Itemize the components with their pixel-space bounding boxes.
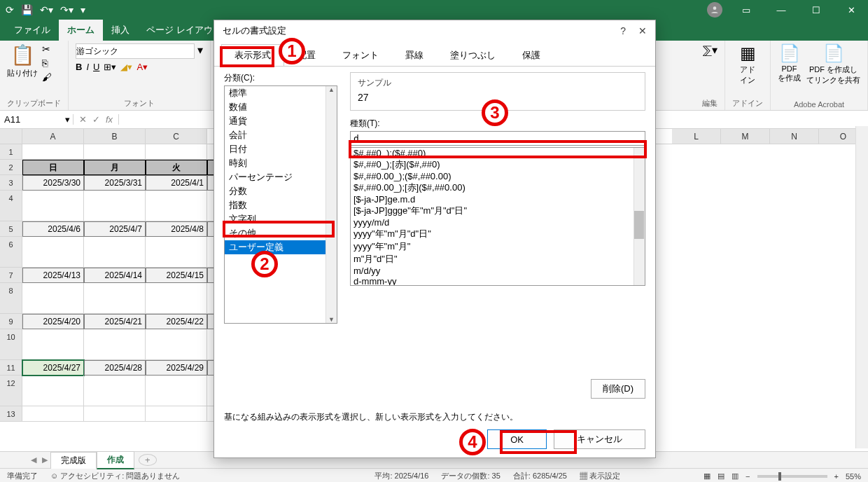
cell[interactable]: [22, 191, 84, 221]
dialog-tab-protection[interactable]: 保護: [509, 44, 554, 67]
bold-button[interactable]: B: [76, 62, 82, 72]
row-header[interactable]: 13: [0, 406, 22, 422]
cell[interactable]: 2025/4/15: [146, 268, 207, 283]
cell[interactable]: [84, 406, 146, 422]
cell[interactable]: 2025/3/30: [22, 175, 84, 191]
delete-format-button[interactable]: 削除(D): [591, 379, 645, 399]
view-normal-icon[interactable]: ▦: [704, 471, 710, 481]
dialog-tab-number[interactable]: 表示形式: [221, 44, 284, 67]
addin-button[interactable]: ▦ アド イン: [732, 43, 763, 85]
dialog-tab-font[interactable]: フォント: [329, 44, 392, 67]
ok-button[interactable]: OK: [487, 429, 547, 449]
cell[interactable]: [84, 237, 146, 268]
tab-home[interactable]: ホーム: [59, 20, 103, 41]
format-item[interactable]: $#,##0.00_);($#,##0.00): [351, 171, 645, 181]
category-item[interactable]: 時刻: [225, 156, 337, 170]
cell[interactable]: 2025/4/6: [22, 221, 84, 237]
cell[interactable]: 2025/4/29: [146, 360, 207, 376]
font-dropdown-icon[interactable]: ▾: [197, 43, 203, 59]
view-pagelayout-icon[interactable]: ▤: [718, 471, 724, 481]
cell[interactable]: [84, 144, 146, 160]
cell[interactable]: 2025/4/8: [146, 221, 207, 237]
cell[interactable]: [22, 237, 84, 268]
row-header[interactable]: 11: [0, 360, 22, 376]
display-settings-button[interactable]: ▦ 表示設定: [580, 471, 620, 481]
col-header[interactable]: B: [84, 129, 146, 144]
font-name-select[interactable]: [76, 43, 195, 59]
row-header[interactable]: 2: [0, 160, 22, 175]
cell[interactable]: [146, 283, 207, 314]
underline-button[interactable]: U: [93, 62, 99, 72]
paste-button[interactable]: 📋 貼り付け: [7, 43, 38, 83]
sheet-nav-next-icon[interactable]: ▶: [39, 455, 50, 464]
format-item[interactable]: m/d/yy: [351, 266, 645, 276]
category-item[interactable]: 標準: [225, 86, 337, 100]
namebox-dropdown-icon[interactable]: ▾: [65, 114, 70, 125]
cell[interactable]: [146, 144, 207, 160]
format-code-list[interactable]: $#,##0_);($#,##0) $#,##0_);[赤]($#,##0) $…: [350, 147, 645, 286]
cell-active[interactable]: 2025/4/27: [22, 360, 84, 376]
category-item[interactable]: 通貨: [225, 114, 337, 128]
row-header[interactable]: 6: [0, 237, 22, 268]
cell-header[interactable]: 日: [22, 160, 84, 175]
col-header[interactable]: A: [22, 129, 84, 144]
sort-filter-icon[interactable]: ⅀▾: [703, 43, 718, 57]
zoom-out-icon[interactable]: −: [746, 472, 750, 481]
cell[interactable]: [22, 406, 84, 422]
view-pagebreak-icon[interactable]: ▥: [732, 471, 738, 481]
cell[interactable]: [84, 329, 146, 360]
format-painter-icon[interactable]: 🖌: [42, 71, 52, 83]
fill-color-button[interactable]: ◢▾: [120, 62, 132, 72]
cell[interactable]: 2025/3/31: [84, 175, 146, 191]
col-header[interactable]: C: [146, 129, 207, 144]
col-header[interactable]: L: [672, 129, 721, 144]
dialog-help-icon[interactable]: ?: [620, 25, 626, 36]
row-header[interactable]: 4: [0, 191, 22, 221]
format-item[interactable]: yyyy"年"m"月"d"日": [351, 228, 645, 240]
cell[interactable]: [146, 376, 207, 406]
format-item[interactable]: yyyy/m/d: [351, 217, 645, 228]
cell[interactable]: 2025/4/28: [84, 360, 146, 376]
sheet-tab-active[interactable]: 作成: [97, 451, 134, 469]
user-avatar[interactable]: [707, 2, 722, 18]
dialog-tab-fill[interactable]: 塗りつぶし: [437, 44, 509, 67]
category-item[interactable]: 分数: [225, 184, 337, 198]
save-icon[interactable]: 💾: [21, 4, 33, 15]
redo-icon[interactable]: ↷▾: [60, 4, 74, 15]
cell[interactable]: [22, 329, 84, 360]
cell[interactable]: [146, 191, 207, 221]
vertical-scrollbar[interactable]: [855, 126, 868, 448]
format-item[interactable]: $#,##0_);[赤]($#,##0): [351, 158, 645, 171]
dialog-tab-border[interactable]: 罫線: [392, 44, 437, 67]
name-box[interactable]: [4, 114, 46, 125]
category-item[interactable]: 文字列: [225, 212, 337, 226]
col-header[interactable]: M: [721, 129, 770, 144]
row-header[interactable]: 8: [0, 283, 22, 314]
fx-icon[interactable]: fx: [106, 114, 113, 125]
category-item-selected[interactable]: ユーザー定義: [225, 240, 337, 254]
category-item[interactable]: 日付: [225, 142, 337, 156]
zoom-level[interactable]: 55%: [846, 472, 861, 481]
format-item[interactable]: $#,##0.00_);[赤]($#,##0.00): [351, 181, 645, 194]
tab-insert[interactable]: 挿入: [103, 20, 138, 41]
autosave-icon[interactable]: ⟳: [6, 4, 14, 15]
cell[interactable]: 2025/4/7: [84, 221, 146, 237]
format-item[interactable]: d-mmm-yy: [351, 276, 645, 286]
cell[interactable]: 2025/4/1: [146, 175, 207, 191]
cell-header[interactable]: 火: [146, 160, 207, 175]
cell[interactable]: 2025/4/20: [22, 314, 84, 329]
category-item[interactable]: 会計: [225, 128, 337, 142]
ribbon-display-icon[interactable]: ▭: [735, 5, 757, 15]
dialog-close-icon[interactable]: ✕: [638, 25, 647, 36]
cell[interactable]: [22, 144, 84, 160]
select-all-corner[interactable]: [0, 129, 22, 144]
maximize-icon[interactable]: ☐: [805, 5, 827, 15]
cell[interactable]: [146, 329, 207, 360]
copy-icon[interactable]: ⎘: [42, 57, 52, 69]
cancel-formula-icon[interactable]: ✕: [79, 114, 87, 125]
dialog-tab-alignment[interactable]: 配置: [284, 44, 329, 67]
cell[interactable]: 2025/4/21: [84, 314, 146, 329]
format-item[interactable]: [$-ja-JP]ge.m.d: [351, 194, 645, 205]
format-item[interactable]: yyyy"年"m"月": [351, 240, 645, 253]
enter-formula-icon[interactable]: ✓: [92, 114, 100, 125]
